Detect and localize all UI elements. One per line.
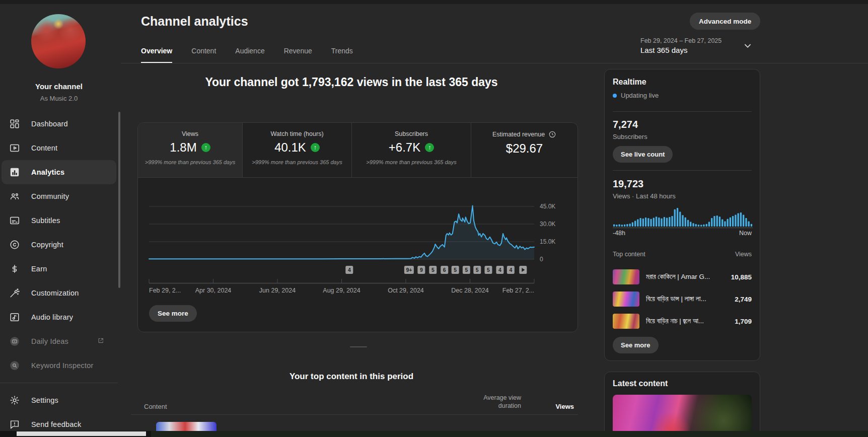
sidebar-item-label: Earn xyxy=(31,265,47,273)
realtime-views-count: 19,723 xyxy=(613,178,643,190)
sidebar-item-copyright[interactable]: Copyright xyxy=(0,233,118,257)
realtime-bar xyxy=(743,214,744,227)
chart-marker-badge[interactable]: 4 xyxy=(345,266,353,274)
date-range-picker[interactable]: Feb 29, 2024 – Feb 27, 2025 Last 365 day… xyxy=(640,37,721,54)
arrow-up-icon: ↑ xyxy=(201,143,210,152)
sidebar-item-community[interactable]: Community xyxy=(0,184,118,208)
realtime-bar xyxy=(740,212,742,227)
chart-marker-badge[interactable]: 9+ xyxy=(404,266,414,274)
see-more-button[interactable]: See more xyxy=(149,305,197,322)
metric-card-views[interactable]: Views1.8M↑>999% more than previous 365 d… xyxy=(138,123,243,177)
realtime-bar xyxy=(658,217,660,227)
chart-marker-badge[interactable]: 5 xyxy=(429,266,437,274)
metric-card-watch-time-hours-[interactable]: Watch time (hours)40.1K↑>999% more than … xyxy=(243,123,352,177)
realtime-bar xyxy=(748,221,750,227)
realtime-subscribers-label: Subscribers xyxy=(613,133,647,140)
sidebar-item-label: Customization xyxy=(31,289,79,297)
sidebar-item-customization[interactable]: Customization xyxy=(0,281,118,305)
table-header-divider xyxy=(131,414,578,415)
chart-marker-badge[interactable]: 9 xyxy=(417,266,425,274)
metric-card-subscribers[interactable]: Subscribers+6.7K↑>999% more than previou… xyxy=(352,123,471,177)
column-header-views[interactable]: Views xyxy=(534,403,574,410)
realtime-bar-sparkline[interactable] xyxy=(613,206,753,228)
sidebar-item-label: Keyword Inspector xyxy=(31,361,94,370)
chart-marker-badge[interactable]: 4 xyxy=(496,266,503,274)
chart-marker-badge[interactable]: 5 xyxy=(452,266,459,274)
x-tick-label: Apr 30, 2024 xyxy=(195,287,232,294)
settings-icon xyxy=(9,395,20,406)
tab-overview[interactable]: Overview xyxy=(141,47,172,63)
realtime-see-more-button[interactable]: See more xyxy=(613,337,659,353)
tab-audience[interactable]: Audience xyxy=(235,47,264,63)
realtime-bar xyxy=(616,225,617,227)
realtime-bar xyxy=(613,224,615,227)
sidebar-item-settings[interactable]: Settings xyxy=(0,388,118,412)
column-header-content[interactable]: Content xyxy=(144,403,167,410)
sidebar-item-keyword-inspector[interactable]: Keyword Inspector xyxy=(0,353,118,378)
video-views: 1,709 xyxy=(735,318,752,325)
realtime-bar xyxy=(706,224,707,227)
sidebar: Your channel As Music 2.0 DashboardConte… xyxy=(0,4,121,437)
chart-marker-badge[interactable]: 6 xyxy=(441,266,448,274)
video-title: মরার কোকিলে | Amar G... xyxy=(646,273,719,281)
realtime-bar xyxy=(708,222,710,227)
channel-avatar[interactable] xyxy=(31,14,86,68)
sidebar-item-dashboard[interactable]: Dashboard xyxy=(0,112,118,136)
feedback-icon xyxy=(9,419,20,430)
chart-marker-badge[interactable]: 5 xyxy=(463,266,470,274)
y-tick-label: 45.0K xyxy=(540,203,555,210)
sidebar-item-earn[interactable]: Earn xyxy=(0,257,118,281)
metric-value: 1.8M↑ xyxy=(138,140,242,155)
realtime-bar xyxy=(730,217,731,227)
sidebar-scrollbar[interactable] xyxy=(118,112,120,288)
tab-trends[interactable]: Trends xyxy=(331,47,353,63)
svg-text:5: 5 xyxy=(454,267,457,273)
metric-value: 40.1K↑ xyxy=(243,140,351,155)
sidebar-item-analytics[interactable]: Analytics xyxy=(2,160,116,184)
realtime-bar xyxy=(735,214,736,227)
realtime-top-content-row[interactable]: বিয়ে বাড়ির ডান্স | লাঙ্গা লা...2,749 xyxy=(613,288,752,310)
realtime-bar xyxy=(679,211,681,227)
y-tick-label: 15.0K xyxy=(540,238,555,245)
axis-right-label: Now xyxy=(739,230,752,237)
chart-marker-badge[interactable]: 5 xyxy=(484,266,492,274)
see-live-count-button[interactable]: See live count xyxy=(613,146,673,163)
sidebar-item-audio-library[interactable]: Audio library xyxy=(0,305,118,329)
chevron-down-icon[interactable] xyxy=(744,43,752,48)
x-tick-label: Feb 29, 2... xyxy=(149,287,181,294)
realtime-status: Updating live xyxy=(613,92,659,99)
realtime-top-content-row[interactable]: বিয়ে বাড়ির নাচ | জ্বলে আ...1,709 xyxy=(613,310,752,332)
horizontal-scrollbar-thumb[interactable] xyxy=(17,431,146,436)
marker-next-button[interactable] xyxy=(519,266,527,274)
realtime-bar xyxy=(642,218,644,227)
realtime-bar xyxy=(666,218,668,227)
tab-content[interactable]: Content xyxy=(191,47,216,63)
realtime-top-content-row[interactable]: মরার কোকিলে | Amar G...10,885 xyxy=(613,266,752,288)
chart-marker-badge[interactable]: 5 xyxy=(473,266,481,274)
top-content-section-title: Your top content in this period xyxy=(125,372,578,382)
realtime-bar xyxy=(650,219,652,227)
sidebar-item-label: Send feedback xyxy=(31,420,81,428)
column-header-avg-view-duration[interactable]: Average viewduration xyxy=(468,394,521,410)
sidebar-item-subtitles[interactable]: Subtitles xyxy=(0,208,118,233)
sidebar-item-label: Community xyxy=(31,192,69,200)
realtime-bar xyxy=(700,225,702,227)
views-line-chart[interactable]: 45.0K30.0K15.0K0Feb 29, 2...Apr 30, 2024… xyxy=(138,177,578,303)
latest-content-title: Latest content xyxy=(613,379,668,388)
svg-text:9+: 9+ xyxy=(406,267,412,273)
tab-revenue[interactable]: Revenue xyxy=(284,47,312,63)
svg-text:4: 4 xyxy=(348,267,351,273)
sidebar-item-label: Audio library xyxy=(31,313,73,321)
external-icon xyxy=(97,337,105,344)
sidebar-item-content[interactable]: Content xyxy=(0,136,118,160)
subtitles-icon xyxy=(9,215,20,226)
advanced-mode-button[interactable]: Advanced mode xyxy=(690,13,760,30)
metric-card-estimated-revenue[interactable]: Estimated revenue$29.67 xyxy=(471,123,577,177)
bottom-strip xyxy=(151,431,868,437)
chart-marker-badge[interactable]: 4 xyxy=(507,266,515,274)
svg-text:4: 4 xyxy=(509,267,512,273)
x-tick-label: Aug 29, 2024 xyxy=(323,287,360,294)
sidebar-item-daily-ideas[interactable]: Daily Ideas xyxy=(0,329,118,353)
realtime-bar xyxy=(647,218,649,227)
realtime-bar xyxy=(692,223,694,227)
